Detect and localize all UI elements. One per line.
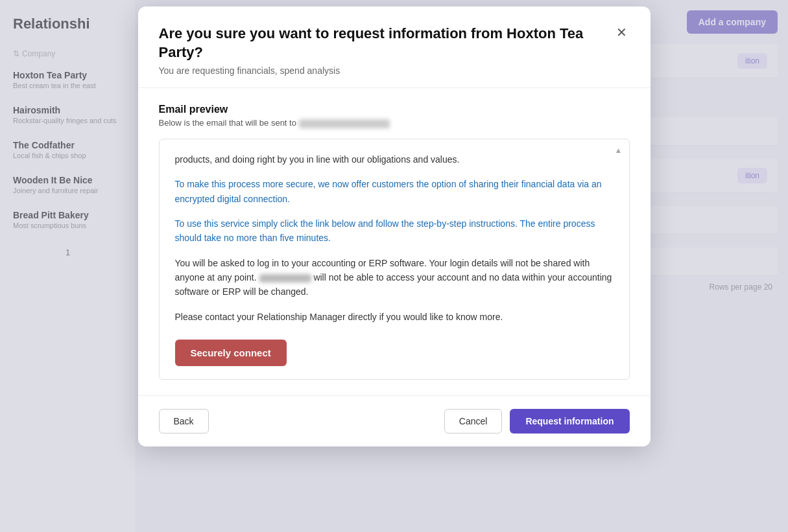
- email-para-4: You will be asked to log in to your acco…: [175, 256, 614, 299]
- modal-title: Are you sure you want to request informa…: [159, 25, 630, 62]
- footer-left-actions: Back: [159, 409, 209, 434]
- email-preview-title: Email preview: [159, 104, 630, 115]
- email-para-3: To use this service simply click the lin…: [175, 216, 614, 246]
- email-para-1: products, and doing right by you in line…: [175, 152, 614, 167]
- request-information-button[interactable]: Request information: [510, 409, 629, 434]
- modal-overlay: Are you sure you want to request informa…: [0, 0, 788, 532]
- modal-body: Email preview Below is the email that wi…: [138, 88, 651, 395]
- modal-subtitle: You are requesting financials, spend ana…: [159, 65, 630, 76]
- email-para-5: Please contact your Relationship Manager…: [175, 310, 614, 324]
- close-button[interactable]: ✕: [612, 22, 632, 43]
- email-preview-subtitle: Below is the email that will be sent to: [159, 118, 630, 128]
- modal-footer: Back Cancel Request information: [138, 395, 651, 446]
- back-button[interactable]: Back: [159, 409, 209, 434]
- modal-header: Are you sure you want to request informa…: [138, 6, 651, 88]
- footer-right-actions: Cancel Request information: [444, 409, 630, 434]
- blurred-email-address: [299, 119, 390, 128]
- scroll-up-icon: ▲: [615, 145, 623, 157]
- email-para-2: To make this process more secure, we now…: [175, 177, 614, 206]
- securely-connect-button[interactable]: Securely connect: [175, 340, 287, 366]
- cancel-button[interactable]: Cancel: [444, 409, 503, 434]
- modal-dialog: Are you sure you want to request informa…: [138, 6, 651, 446]
- email-content-box[interactable]: ▲ products, and doing right by you in li…: [159, 139, 630, 380]
- blurred-company-name: [259, 274, 311, 283]
